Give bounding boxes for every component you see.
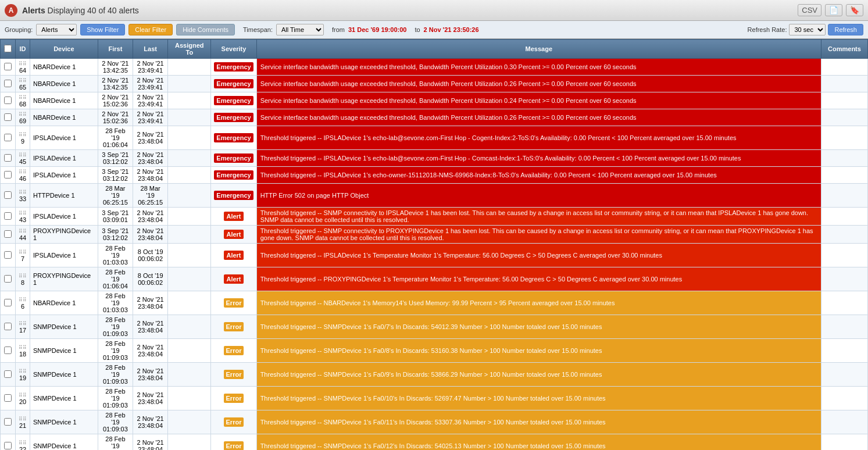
cell-comments xyxy=(821,387,867,410)
cell-assigned-to xyxy=(168,208,211,226)
table-row[interactable]: ⠿⠿65NBARDevice 12 Nov '21 13:42:352 Nov … xyxy=(1,76,868,92)
table-row[interactable]: ⠿⠿7IPSLADevice 128 Feb '19 01:03:038 Oct… xyxy=(1,244,868,267)
severity-badge: Alert xyxy=(224,212,243,221)
table-row[interactable]: ⠿⠿19SNMPDevice 128 Feb '19 01:09:032 Nov… xyxy=(1,363,868,387)
col-first[interactable]: First xyxy=(98,40,133,59)
cell-message: Threshold triggered -- SNMPDevice 1's Fa… xyxy=(256,315,821,339)
cell-first: 28 Feb '19 01:09:03 xyxy=(98,363,133,387)
cell-message: Threshold triggered -- SNMPDevice 1's Fa… xyxy=(256,410,821,434)
row-checkbox[interactable] xyxy=(4,191,12,199)
drag-icon: ⠿⠿ xyxy=(19,152,27,158)
bookmark-button[interactable]: 🔖 xyxy=(846,4,863,16)
hide-comments-button[interactable]: Hide Comments xyxy=(176,24,235,35)
col-message[interactable]: Message xyxy=(256,40,821,59)
cell-first: 2 Nov '21 15:02:36 xyxy=(98,109,133,126)
cell-device: NBARDevice 1 xyxy=(30,92,98,109)
row-checkbox[interactable] xyxy=(4,113,12,121)
table-row[interactable]: ⠿⠿44PROXYPINGDevice 13 Sep '21 03:12:022… xyxy=(1,226,868,244)
row-checkbox[interactable] xyxy=(4,171,12,178)
csv-button[interactable]: CSV xyxy=(798,4,821,16)
cell-comments xyxy=(821,244,867,267)
col-last[interactable]: Last xyxy=(133,40,168,59)
cell-first: 2 Nov '21 13:42:35 xyxy=(98,59,133,76)
cell-first: 2 Nov '21 13:42:35 xyxy=(98,76,133,92)
row-checkbox[interactable] xyxy=(4,134,12,141)
cell-message: Threshold triggered -- SNMP connectivity… xyxy=(256,226,821,244)
cell-last: 2 Nov '21 23:48:04 xyxy=(133,150,168,167)
cell-id: ⠿⠿43 xyxy=(16,208,30,226)
row-checkbox[interactable] xyxy=(4,394,12,402)
col-severity[interactable]: Severity xyxy=(211,40,256,59)
cell-first: 3 Sep '21 03:12:02 xyxy=(98,167,133,184)
col-device[interactable]: Device xyxy=(30,40,98,59)
table-row[interactable]: ⠿⠿69NBARDevice 12 Nov '21 15:02:362 Nov … xyxy=(1,109,868,126)
drag-icon: ⠿⠿ xyxy=(19,297,27,303)
table-row[interactable]: ⠿⠿68NBARDevice 12 Nov '21 15:02:362 Nov … xyxy=(1,92,868,109)
table-row[interactable]: ⠿⠿64NBARDevice 12 Nov '21 13:42:352 Nov … xyxy=(1,59,868,76)
cell-comments xyxy=(821,76,867,92)
col-comments[interactable]: Comments xyxy=(821,40,867,59)
cell-last: 2 Nov '21 23:48:04 xyxy=(133,167,168,184)
table-row[interactable]: ⠿⠿21SNMPDevice 128 Feb '19 01:09:032 Nov… xyxy=(1,410,868,434)
row-checkbox[interactable] xyxy=(4,442,12,449)
table-row[interactable]: ⠿⠿20SNMPDevice 128 Feb '19 01:09:032 Nov… xyxy=(1,387,868,410)
cell-severity: Alert xyxy=(211,208,256,226)
drag-icon: ⠿⠿ xyxy=(19,132,27,138)
cell-severity: Error xyxy=(211,434,256,451)
cell-device: PROXYPINGDevice 1 xyxy=(30,267,98,291)
cell-severity: Emergency xyxy=(211,167,256,184)
cell-id: ⠿⠿7 xyxy=(16,244,30,267)
table-row[interactable]: ⠿⠿22SNMPDevice 128 Feb '19 01:09:032 Nov… xyxy=(1,434,868,451)
clear-filter-button[interactable]: Clear Filter xyxy=(128,24,173,35)
cell-id: ⠿⠿44 xyxy=(16,226,30,244)
row-checkbox[interactable] xyxy=(4,418,12,426)
row-checkbox[interactable] xyxy=(4,80,12,87)
select-all-checkbox[interactable] xyxy=(4,45,12,52)
to-label: to xyxy=(415,26,420,33)
cell-comments xyxy=(821,363,867,387)
row-checkbox[interactable] xyxy=(4,370,12,378)
table-row[interactable]: ⠿⠿9IPSLADevice 128 Feb '19 01:06:042 Nov… xyxy=(1,126,868,150)
show-filter-button[interactable]: Show Filter xyxy=(80,24,125,35)
timespan-select[interactable]: All Time Last Hour Last Day Last Week xyxy=(276,24,324,35)
table-row[interactable]: ⠿⠿43IPSLADevice 13 Sep '21 03:09:012 Nov… xyxy=(1,208,868,226)
cell-message: Threshold triggered -- IPSLADevice 1's e… xyxy=(256,150,821,167)
refresh-button[interactable]: Refresh xyxy=(828,24,863,35)
row-checkbox[interactable] xyxy=(4,154,12,162)
refresh-section: Refresh Rate: 15 sec 30 sec 1 min 5 min … xyxy=(748,24,863,35)
row-checkbox[interactable] xyxy=(4,275,12,283)
pdf-button[interactable]: 📄 xyxy=(825,4,842,16)
table-row[interactable]: ⠿⠿45IPSLADevice 13 Sep '21 03:12:022 Nov… xyxy=(1,150,868,167)
col-assigned-to[interactable]: Assigned To xyxy=(168,40,211,59)
table-row[interactable]: ⠿⠿46IPSLADevice 13 Sep '21 03:12:022 Nov… xyxy=(1,167,868,184)
grouping-select[interactable]: Alerts Device Severity xyxy=(36,24,77,35)
table-row[interactable]: ⠿⠿18SNMPDevice 128 Feb '19 01:09:032 Nov… xyxy=(1,339,868,363)
cell-message: HTTP Error 502 on page HTTP Object xyxy=(256,184,821,208)
row-checkbox[interactable] xyxy=(4,63,12,70)
row-checkbox[interactable] xyxy=(4,230,12,238)
cell-id: ⠿⠿9 xyxy=(16,126,30,150)
drag-icon: ⠿⠿ xyxy=(19,440,27,446)
cell-message: Threshold triggered -- IPSLADevice 1's e… xyxy=(256,126,821,150)
drag-icon: ⠿⠿ xyxy=(19,321,27,327)
cell-message: Threshold triggered -- SNMPDevice 1's Fa… xyxy=(256,387,821,410)
severity-badge: Alert xyxy=(224,274,243,284)
table-row[interactable]: ⠿⠿33HTTPDevice 128 Mar '19 06:25:1528 Ma… xyxy=(1,184,868,208)
row-checkbox[interactable] xyxy=(4,323,12,330)
cell-message: Threshold triggered -- SNMPDevice 1's Fa… xyxy=(256,434,821,451)
table-row[interactable]: ⠿⠿6NBARDevice 128 Feb '19 01:03:032 Nov … xyxy=(1,291,868,315)
row-checkbox[interactable] xyxy=(4,212,12,220)
row-checkbox[interactable] xyxy=(4,251,12,259)
row-checkbox[interactable] xyxy=(4,97,12,104)
table-row[interactable]: ⠿⠿8PROXYPINGDevice 128 Feb '19 01:06:048… xyxy=(1,267,868,291)
refresh-rate-select[interactable]: 15 sec 30 sec 1 min 5 min xyxy=(789,24,826,35)
cell-device: SNMPDevice 1 xyxy=(30,410,98,434)
header-actions: CSV 📄 🔖 xyxy=(798,4,863,16)
cell-first: 28 Feb '19 01:03:03 xyxy=(98,244,133,267)
cell-comments xyxy=(821,208,867,226)
row-checkbox[interactable] xyxy=(4,299,12,306)
row-checkbox[interactable] xyxy=(4,347,12,354)
cell-comments xyxy=(821,291,867,315)
drag-icon: ⠿⠿ xyxy=(19,369,27,374)
table-row[interactable]: ⠿⠿17SNMPDevice 128 Feb '19 01:09:032 Nov… xyxy=(1,315,868,339)
